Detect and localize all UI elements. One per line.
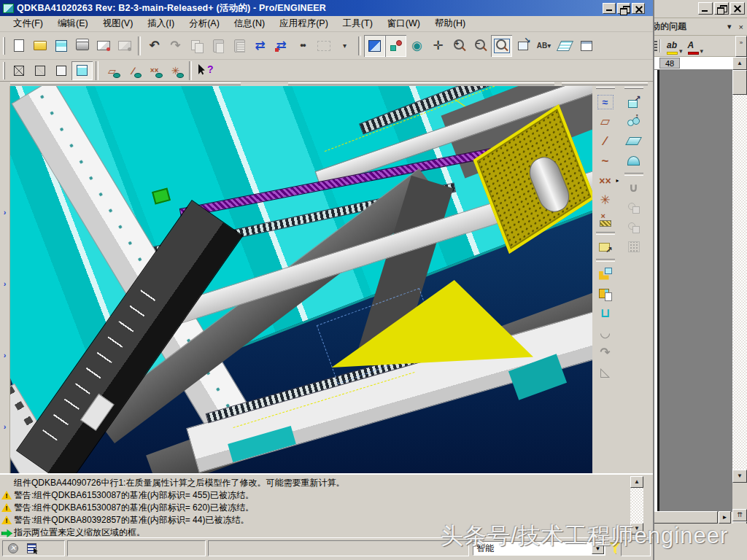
word-document-area[interactable] [650, 70, 732, 512]
regenerate-button[interactable]: ⇄ [249, 35, 271, 57]
taskpane-close-icon[interactable]: × [735, 23, 747, 31]
font-color-dropdown-icon[interactable]: ▾ [700, 47, 704, 55]
wireframe-display-button[interactable] [8, 61, 29, 80]
new-file-button[interactable] [8, 35, 29, 57]
context-help-button[interactable]: ? [195, 61, 216, 80]
hiddenline-display-button[interactable] [29, 61, 50, 80]
round-tool-button[interactable]: ↷ [593, 343, 618, 362]
word-close-button[interactable] [730, 2, 745, 15]
select-from-list-button[interactable] [23, 542, 39, 556]
csys-display-toggle[interactable]: ✳ [165, 61, 186, 80]
pan-mode-button[interactable]: ✛ [427, 35, 449, 57]
sweep-button[interactable] [622, 131, 646, 151]
offset-plane-button[interactable]: × [593, 210, 618, 230]
boundary-blend-button[interactable] [622, 151, 646, 171]
sketch-tool-button[interactable]: ↗ [593, 237, 618, 257]
menu-item[interactable]: 分析(A) [182, 16, 227, 31]
previous-page-button[interactable]: ⇈ [732, 509, 747, 521]
menu-item[interactable]: 窗口(W) [380, 16, 427, 31]
chamfer-tool-button[interactable]: ◺ [593, 362, 618, 382]
sash-open-chevron-icon[interactable]: › [4, 260, 7, 287]
toolbar-grip[interactable] [596, 87, 615, 89]
close-button[interactable] [632, 3, 645, 14]
open-file-button[interactable] [29, 35, 50, 57]
view-manager-button[interactable] [576, 35, 597, 57]
paste-special-button[interactable] [228, 35, 249, 57]
scrollbar-thumb[interactable] [732, 70, 747, 95]
extrude-button[interactable]: ↗ [622, 92, 646, 112]
zoom-out-button[interactable]: − [470, 35, 491, 57]
regenerate-manager-button[interactable]: ⇄ [271, 35, 292, 57]
spin-center-button[interactable]: ◉ [406, 35, 427, 57]
pattern-button[interactable] [622, 237, 646, 257]
word-minimize-button[interactable] [698, 2, 713, 15]
word-vertical-scrollbar[interactable]: ▲ ▼ [732, 57, 747, 509]
datum-axis-button[interactable]: ∕ [593, 131, 618, 151]
create-component-button[interactable] [593, 284, 618, 303]
layers-button[interactable] [554, 35, 576, 57]
toolbar-grip[interactable] [624, 87, 643, 89]
undo-button[interactable]: ↶ [144, 35, 165, 57]
highlight-dropdown-icon[interactable]: ▾ [679, 47, 683, 55]
zoom-fit-button[interactable] [491, 35, 512, 57]
find-button[interactable]: ●● [292, 35, 313, 57]
point-display-toggle[interactable]: ×× [144, 61, 165, 80]
menu-item[interactable]: 视图(V) [96, 16, 141, 31]
scrollbar-track[interactable] [732, 70, 747, 470]
annotation-button[interactable]: AB▾ [533, 35, 554, 57]
print-button[interactable] [71, 35, 93, 57]
minimize-button[interactable] [603, 3, 616, 14]
message-scroll-up-button[interactable]: ▲ [630, 476, 643, 488]
datum-filter-button[interactable] [385, 35, 406, 57]
copy-button[interactable] [186, 35, 207, 57]
menu-item[interactable]: 帮助(H) [427, 16, 473, 31]
toolbar-grip[interactable] [3, 62, 5, 79]
plane-display-toggle[interactable]: ▱ [101, 61, 123, 80]
scroll-up-button[interactable]: ▲ [732, 57, 747, 70]
stop-button[interactable]: ✕ [5, 542, 21, 556]
sash-open-chevron-icon[interactable]: › [4, 331, 7, 359]
sash-open-chevron-icon[interactable]: › [4, 188, 7, 216]
maximize-button[interactable] [617, 3, 630, 14]
draft-button[interactable] [622, 198, 646, 217]
shell-tool-button[interactable]: ◡ [593, 323, 618, 343]
select-box-button[interactable] [313, 35, 334, 57]
sash-open-chevron-icon[interactable]: › [4, 402, 7, 430]
menu-item[interactable]: 插入(I) [140, 16, 182, 31]
shaded-mode-button[interactable] [71, 61, 93, 80]
rib-button[interactable]: ∪ [622, 178, 646, 198]
toolbar-grip[interactable] [3, 37, 5, 55]
scroll-down-button[interactable]: ▼ [732, 470, 747, 483]
style-tool-button[interactable]: ≈ [593, 92, 618, 112]
datum-point-button[interactable]: ×× [593, 171, 618, 190]
send-mail-button[interactable] [93, 35, 114, 57]
menu-item[interactable]: 信息(N) [227, 16, 272, 31]
axis-display-toggle[interactable]: ∕ [123, 61, 144, 80]
toolbar-options-button[interactable]: » [735, 36, 747, 57]
paste-button[interactable] [207, 35, 228, 57]
redo-button[interactable]: ↷ [165, 35, 186, 57]
word-restore-button[interactable] [714, 2, 729, 15]
highlight-button[interactable]: ab ▾ [665, 37, 684, 55]
datum-plane-button[interactable]: ▱ [593, 112, 618, 131]
menu-item[interactable]: 应用程序(P) [272, 16, 336, 31]
save-button[interactable] [50, 35, 71, 57]
shell-feature-button[interactable] [622, 217, 646, 237]
shaded-display-button[interactable] [364, 35, 385, 57]
menu-item[interactable]: 编辑(E) [50, 16, 96, 31]
slot-tool-button[interactable]: ⊔ [593, 303, 618, 323]
reorient-button[interactable]: ↘ [512, 35, 533, 57]
datum-curve-button[interactable]: ~ [593, 151, 618, 171]
nohidden-display-button[interactable] [50, 61, 71, 80]
assemble-component-button[interactable] [593, 264, 618, 284]
mail-link-button[interactable] [114, 35, 135, 57]
cad-viewport[interactable] [10, 86, 592, 473]
zoom-in-button[interactable]: + [449, 35, 470, 57]
taskpane-dropdown-icon[interactable]: ▾ [724, 22, 735, 31]
font-color-button[interactable]: A ▾ [686, 37, 705, 55]
select-box-dropdown[interactable]: ▾ [334, 35, 355, 57]
revolve-button[interactable]: ⋮ [622, 112, 646, 131]
message-scroll-track[interactable] [630, 488, 643, 523]
menu-item[interactable]: 文件(F) [6, 16, 50, 31]
menu-item[interactable]: 工具(T) [336, 16, 380, 31]
